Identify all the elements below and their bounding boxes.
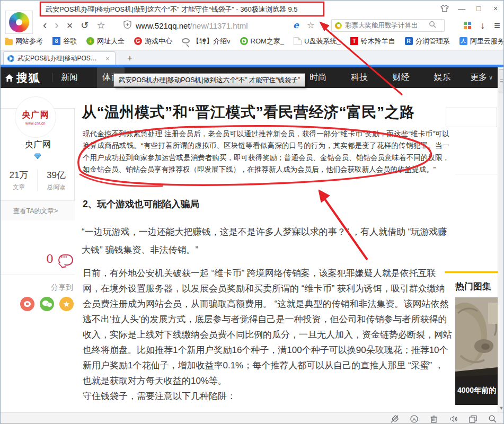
speed-mode-icon[interactable] (390, 414, 399, 423)
annotation-circle-overstroke (80, 174, 162, 186)
article-body: 日前，有外地公安机关破获一起 “维卡币” 跨境网络传销案，该案犯罪嫌疑人就是依托… (83, 266, 452, 404)
search-box[interactable]: 彩票大奖能用数学计算出 (331, 19, 445, 32)
nav-item-fashion[interactable]: 时尚 (304, 67, 332, 88)
magnifier-person-icon (182, 38, 190, 43)
url-path[interactable]: /new/11371.html (190, 21, 248, 30)
article-paragraph: 守住钱袋子，需要注意以下几种陷阱： (83, 388, 452, 404)
search-magnifier-icon[interactable] (429, 21, 436, 30)
game-center-icon: G (134, 37, 142, 45)
bookmark-item[interactable]: 人阿里云服务 (459, 37, 504, 46)
nav-item-more[interactable]: 更多∨ (470, 72, 493, 83)
comment-count[interactable]: 0 (46, 252, 54, 266)
stat-value: 21万 (1, 169, 37, 181)
browser-window: 武安POS机办理|移动POS机|做到这六个“不” 才能守住“钱袋子” - 360… (0, 0, 504, 424)
browser-tab[interactable]: 武安POS机办理|移动POS机|做 × (3, 51, 116, 65)
article-paragraph: 日前，有外地公安机关破获一起 “维卡币” 跨境网络传销案，该案犯罪嫌疑人就是依托… (83, 266, 452, 388)
tab-title: 武安POS机办理|移动POS机|做 (17, 54, 102, 63)
view-author-articles-link[interactable]: 查看TA的文章> (0, 200, 75, 220)
divider (455, 174, 498, 174)
cnr-logo: 央广网 (22, 110, 49, 121)
stone-carving-image: 4000年前的 (455, 297, 498, 405)
home-favorite-button[interactable]: ☆ (96, 21, 105, 30)
stat-label: 文章 (1, 183, 37, 191)
maximize-button[interactable]: □ (473, 3, 484, 14)
hot-gallery-heading: 热门图集 (455, 280, 491, 293)
address-bar[interactable]: www.521qq.net/new/11371.html (123, 19, 320, 32)
chevron-down-icon: ∨ (489, 74, 493, 81)
tab-favicon-icon (7, 55, 14, 62)
stat-value: 39亿 (38, 169, 75, 181)
new-tab-button[interactable]: + (123, 52, 136, 64)
nav360-icon: + (86, 37, 94, 45)
bookmark-item[interactable]: R分润管理系 (405, 37, 450, 46)
title-bar: 武安POS机办理|移动POS机|做到这六个“不” 才能守住“钱袋子” - 360… (1, 1, 504, 17)
bookmark-item[interactable]: U盘装系统_ (294, 37, 341, 46)
home-icon (5, 74, 14, 82)
status-bar: A (1, 412, 504, 424)
google-icon: 8 (52, 37, 60, 45)
nav-item-ent[interactable]: 娱乐 (429, 67, 456, 88)
refresh-button[interactable]: ↺ (81, 21, 89, 30)
empty-widget-box (446, 108, 497, 127)
nav-item-tech[interactable]: 科技 (346, 67, 373, 88)
clear-trace-trash-icon[interactable] (429, 414, 438, 423)
split-window-icon[interactable] (468, 414, 478, 423)
divider (1, 275, 75, 275)
article-paragraph: “一边玩游戏，一边还能大把赚钱，这是不是许多人梦寐以求的事？” ，有人就借助 “… (82, 223, 449, 259)
bookmark-item[interactable]: ROM之家_ (240, 37, 285, 46)
article-paragraph-circled: 现代金控不到账紧急处理 注册会员后，老会员可以通过推荐新会员，获得一部分“维卡币… (83, 128, 449, 175)
folder-icon (5, 39, 13, 45)
article-subheading: 2、玩个游戏也可能陷入骗局 (83, 198, 199, 210)
bookmark-item[interactable]: 【转】介绍v (182, 37, 231, 46)
avatar[interactable]: 央广网 www.cnr.cn (15, 96, 56, 138)
back-button[interactable]: ‹ (43, 20, 47, 31)
menu-icon[interactable]: ≡ (494, 20, 500, 31)
r-logo-icon: R (405, 37, 413, 45)
gallery-thumbnail[interactable]: 4000年前的 (455, 297, 498, 405)
nav-item-news[interactable]: 新闻 (56, 67, 83, 88)
scrollbar-thumb[interactable] (499, 69, 504, 93)
bookmark-item[interactable]: G游戏中心 (134, 37, 172, 46)
window-title: 武安POS机办理|移动POS机|做到这六个“不” 才能守住“钱袋子” - 360… (46, 5, 298, 14)
sound-speaker-icon[interactable] (449, 414, 458, 423)
sohu-logo[interactable]: 搜狐 (5, 67, 41, 88)
verified-gem-icon (34, 152, 41, 162)
close-button[interactable]: × (490, 3, 501, 14)
360-pinwheel-icon (9, 12, 29, 32)
stop-button[interactable]: × (67, 20, 73, 31)
search-input[interactable]: 彩票大奖能用数学计算出 (345, 21, 429, 30)
tab-close-icon[interactable]: × (105, 55, 110, 63)
vertical-scrollbar[interactable]: ▼ (498, 67, 504, 412)
skin-icon[interactable] (439, 3, 450, 14)
author-name: 央广网 (1, 139, 75, 151)
flash-plugin-icon[interactable]: A (410, 414, 419, 423)
qzone-share-icon[interactable]: ★ (59, 297, 74, 311)
apps-grid-icon[interactable] (464, 22, 471, 29)
add-favorite-star-icon[interactable]: ☆ (307, 20, 314, 30)
nav-divider (52, 73, 52, 82)
forward-button[interactable]: › (55, 20, 58, 31)
bookmark-item[interactable]: 网站参考 (5, 37, 43, 46)
ie-compat-icon[interactable]: e (293, 20, 299, 30)
scrollbar-down-arrow[interactable]: ▼ (499, 405, 504, 411)
page-zoom-icon[interactable] (488, 414, 497, 423)
page-icon (294, 37, 302, 45)
rom-icon (240, 37, 248, 45)
gallery-caption: 4000年前的 (457, 386, 496, 394)
bookmark-item[interactable]: T铃木羚羊自 (350, 37, 395, 46)
360-search-icon (335, 22, 342, 29)
share-label: 分享到 (1, 283, 73, 293)
weibo-share-icon[interactable] (20, 297, 34, 311)
bookmark-item[interactable]: +网址大全 (86, 37, 125, 46)
stat-label: 总阅读 (38, 183, 75, 191)
nav-item-finance[interactable]: 财经 (387, 67, 415, 88)
minimize-button[interactable]: — (456, 3, 467, 14)
wechat-share-icon[interactable] (40, 297, 54, 311)
tab-tooltip: 武安POS机办理|移动POS机|做到这六个“不” 才能守住“钱袋子” (113, 73, 305, 87)
svg-text:A: A (413, 417, 416, 422)
site-security-shield-icon[interactable] (123, 20, 131, 31)
url-host[interactable]: www.521qq.net (136, 21, 190, 30)
bookmark-item[interactable]: 8谷歌 (52, 37, 77, 46)
comment-bubble-icon[interactable] (58, 254, 73, 266)
download-icon[interactable]: ↓ (480, 21, 485, 30)
